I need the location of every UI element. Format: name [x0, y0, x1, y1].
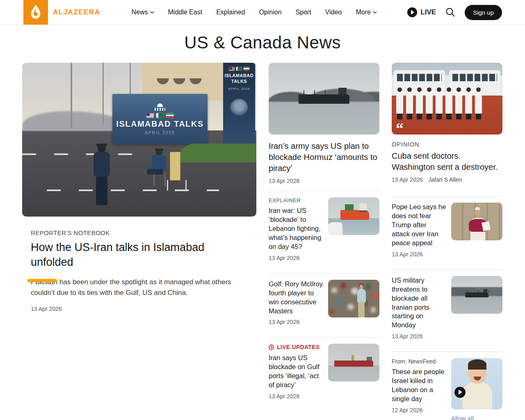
article-date: 13 Apr 2026 [269, 393, 323, 399]
hero-card: ISLAMABAD TALKS APRIL 2026 ISLAMABAD TAL… [22, 63, 256, 217]
pope-zucchetto [475, 207, 480, 210]
pakistan-flag-icon [236, 67, 242, 71]
article-headline[interactable]: Pope Leo says he does not fear Trump aft… [392, 203, 446, 248]
cargo-ship [465, 292, 489, 297]
checkpoint-sign [170, 152, 180, 180]
article-image-doctors[interactable]: “ [392, 63, 502, 135]
doctor [406, 91, 413, 114]
article-headline[interactable]: US military threatens to blockade all Ir… [392, 276, 446, 330]
hero-image[interactable]: ISLAMABAD TALKS APRIL 2026 ISLAMABAD TAL… [22, 63, 256, 217]
doctor [445, 91, 452, 114]
article-date: 13 Apr 2026 [392, 251, 446, 258]
live-updates-kicker: LIVE UPDATES [269, 344, 323, 350]
doctor [396, 91, 403, 114]
brand-wordmark[interactable]: ALJAZEERA [53, 8, 100, 16]
doctors-group [396, 91, 482, 114]
doctor [475, 91, 482, 114]
golfer-shirt [357, 289, 366, 303]
article-image-hormuz[interactable] [269, 63, 379, 135]
play-icon [407, 7, 417, 17]
live-button[interactable]: LIVE [407, 7, 436, 17]
flags-row [146, 113, 173, 118]
article-headline[interactable]: Iran says US blockade on Gulf ports ‘ill… [269, 354, 323, 390]
nav-item-explained-label: Explained [216, 9, 245, 16]
top-navigation-bar: ALJAZEERA News Middle East Explained Opi… [0, 0, 525, 25]
live-dot-icon [269, 345, 274, 350]
red-cargo-ship [334, 361, 373, 367]
nav-item-more-label: More [356, 9, 370, 16]
article-row-newsfeed: From: NewsFeed These are people Israel k… [392, 352, 502, 420]
banner-title: ISLAMABAD TALKS [223, 73, 255, 84]
article-date: 13 Apr 2026 [269, 178, 379, 184]
us-flag-icon [229, 67, 235, 71]
explainer-kicker: EXPLAINER [269, 197, 323, 203]
hero-date: 13 Apr 2026 [31, 306, 256, 312]
article-thumbnail[interactable] [328, 280, 379, 317]
officer-legs [96, 176, 107, 205]
sign-up-button[interactable]: Sign up [465, 5, 502, 20]
allow-all-link[interactable]: Allow all [451, 415, 502, 420]
mountains [22, 111, 125, 131]
article-text: LIVE UPDATES Iran says US blockade on Gu… [269, 344, 323, 406]
road-marking [22, 153, 145, 155]
article-date: 13 Apr 2026 [392, 176, 423, 183]
officer-body [94, 152, 110, 177]
page: ALJAZEERA News Middle East Explained Opi… [0, 0, 525, 420]
nav-item-middle-east[interactable]: Middle East [168, 9, 203, 16]
content-grid: ISLAMABAD TALKS APRIL 2026 ISLAMABAD TAL… [22, 63, 502, 420]
nav-item-news[interactable]: News [132, 9, 154, 16]
nav-item-opinion-label: Opinion [259, 9, 281, 16]
chevron-down-icon [150, 11, 154, 14]
thumbnail-and-consent: Allow all Reject all [451, 358, 502, 420]
golfer-pants [358, 302, 365, 317]
supply-ship [340, 210, 369, 220]
video-thumbnail[interactable] [451, 358, 502, 409]
nav-item-video[interactable]: Video [325, 9, 342, 16]
baby-hair [468, 359, 486, 370]
article-thumbnail[interactable] [328, 197, 379, 235]
pope-figure [469, 207, 487, 240]
search-icon[interactable] [445, 7, 456, 18]
hero-headline[interactable]: How the US-Iran talks in Islamabad unfol… [31, 240, 228, 270]
us-flag-icon [146, 113, 154, 118]
article-row-golf: Golf: Rory McIlroy fourth player to win … [269, 274, 379, 338]
aljazeera-logo[interactable] [23, 0, 48, 25]
light-pole [103, 63, 104, 124]
doctor [416, 91, 423, 114]
nav-item-sport-label: Sport [296, 9, 311, 16]
gallery-progress-bar [27, 279, 57, 282]
article-row-explainer: EXPLAINER Iran war: US ‘blockade’ to Leb… [269, 191, 379, 273]
article-headline[interactable]: Golf: Rory McIlroy fourth player to win … [269, 280, 323, 316]
article-date: 13 Apr 2026 [269, 255, 323, 261]
nav-item-more[interactable]: More [356, 9, 377, 16]
article-thumbnail[interactable] [328, 344, 379, 381]
crowd [328, 280, 379, 317]
article-thumbnail[interactable] [451, 203, 502, 240]
article-headline[interactable]: These are people Israel killed in Lebano… [392, 368, 446, 404]
article-headline[interactable]: Cuba sent doctors. Washington sent a des… [392, 151, 502, 173]
nav-item-opinion[interactable]: Opinion [259, 9, 281, 16]
quote-icon: “ [396, 121, 404, 135]
live-updates-label: LIVE UPDATES [277, 344, 320, 350]
nav-item-explained[interactable]: Explained [216, 9, 245, 16]
article-headline[interactable]: Iran war: US ‘blockade’ to Lebanon fight… [269, 206, 323, 251]
islamabad-talks-billboard: ISLAMABAD TALKS APRIL 2026 [112, 94, 208, 144]
article-row-live-updates: LIVE UPDATES Iran says US blockade on Gu… [269, 338, 379, 411]
article-thumbnail[interactable] [451, 276, 502, 314]
article-meta: 13 Apr 2026 Jafari S Allen [392, 176, 502, 189]
chevron-down-icon [373, 11, 377, 14]
article-headline[interactable]: Iran’s army says US plan to blockade Hor… [269, 141, 379, 174]
road-marking [47, 189, 219, 191]
doctor [465, 91, 472, 114]
cargo-ship [299, 94, 349, 104]
article-text: EXPLAINER Iran war: US ‘blockade’ to Leb… [269, 197, 323, 268]
main-nav: News Middle East Explained Opinion Sport… [132, 9, 377, 16]
article-author[interactable]: Jafari S Allen [429, 176, 462, 183]
nav-item-sport[interactable]: Sport [296, 9, 311, 16]
middle-column: Iran’s army says US plan to blockade Hor… [269, 63, 379, 420]
billboard-subtitle: APRIL 2026 [145, 130, 175, 135]
summit-emblem-icon [154, 103, 166, 111]
nav-item-video-label: Video [325, 9, 342, 16]
aljazeera-flame-icon [29, 4, 43, 21]
hero-description: Pakistan has been under the spotlight as… [31, 277, 244, 299]
